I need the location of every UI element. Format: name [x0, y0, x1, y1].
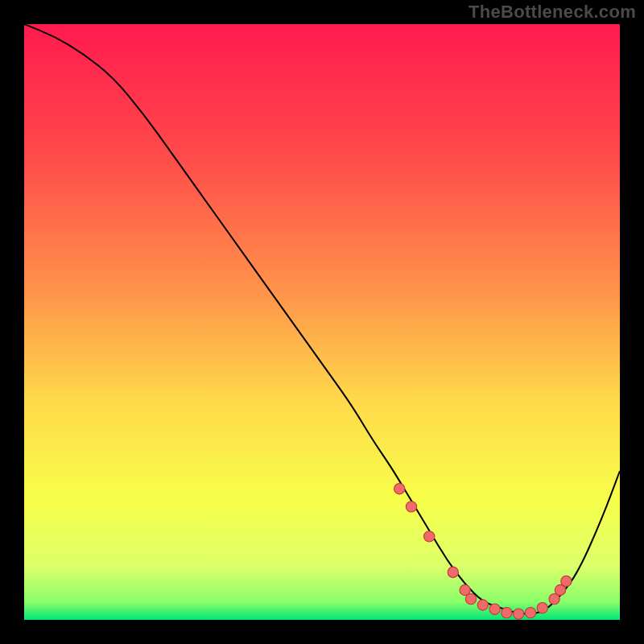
curve-marker [448, 567, 458, 577]
watermark-text: TheBottleneck.com [469, 2, 636, 23]
curve-marker [489, 604, 500, 614]
curve-marker [406, 502, 416, 512]
curve-marker [477, 600, 488, 610]
curve-marker [465, 593, 476, 604]
curve-marker [502, 607, 512, 617]
curve-marker [424, 531, 435, 542]
curve-marker [514, 609, 524, 619]
curve-marker [525, 607, 535, 617]
chart-svg [24, 24, 620, 620]
plot-area [24, 24, 620, 620]
marker-group [394, 484, 572, 620]
curve-marker [561, 576, 572, 586]
chart-frame: TheBottleneck.com [0, 0, 644, 644]
curve-marker [394, 484, 405, 494]
bottleneck-curve-path [24, 24, 620, 614]
curve-marker [537, 603, 547, 613]
